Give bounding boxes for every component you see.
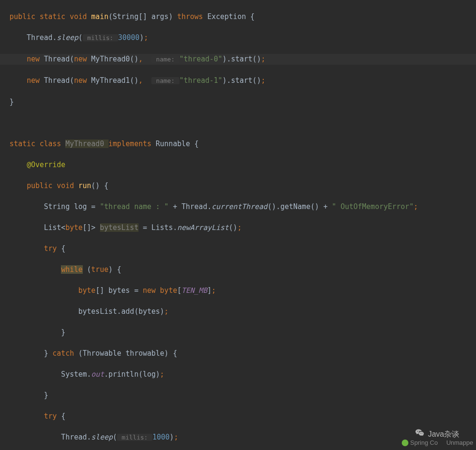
- param-hint: name:: [151, 77, 179, 84]
- code-line[interactable]: static class MyThread0 implements Runnab…: [10, 139, 476, 149]
- code-line[interactable]: @Override: [10, 160, 476, 170]
- code-line[interactable]: bytesList.add(bytes);: [10, 306, 476, 317]
- code-line[interactable]: while (true) {: [10, 264, 476, 275]
- status-bar: Spring Co Unmappe: [399, 436, 476, 450]
- code-line[interactable]: try {: [10, 243, 476, 254]
- code-line[interactable]: Thread.sleep( millis: 30000);: [10, 32, 476, 43]
- code-line[interactable]: }: [10, 97, 476, 107]
- code-line[interactable]: } catch (Throwable throwable) {: [10, 348, 476, 359]
- code-line[interactable]: }: [10, 327, 476, 338]
- code-line[interactable]: public static void main(String[] args) t…: [10, 11, 476, 22]
- status-unmapped[interactable]: Unmappe: [446, 438, 473, 448]
- code-line[interactable]: String log = "thread name : " + Thread.c…: [10, 201, 476, 212]
- param-hint: name:: [151, 56, 179, 63]
- param-hint: millis:: [83, 34, 118, 41]
- code-line[interactable]: [10, 118, 476, 128]
- status-spring[interactable]: Spring Co: [402, 438, 438, 448]
- code-line[interactable]: byte[] bytes = new byte[TEN_MB];: [10, 285, 476, 296]
- code-line[interactable]: }: [10, 390, 476, 400]
- spring-icon: [402, 440, 408, 446]
- code-line-highlighted[interactable]: new Thread(new MyThread0(), name: "threa…: [0, 54, 476, 65]
- code-line[interactable]: System.out.println(log);: [10, 369, 476, 380]
- code-editor[interactable]: public static void main(String[] args) t…: [0, 1, 476, 450]
- code-line[interactable]: try {: [10, 411, 476, 421]
- param-hint: millis:: [117, 434, 152, 441]
- code-line[interactable]: public void run() {: [10, 180, 476, 191]
- code-line[interactable]: List<byte[]> bytesList = Lists.newArrayL…: [10, 222, 476, 233]
- code-line[interactable]: new Thread(new MyThread1(), name: "threa…: [10, 75, 476, 86]
